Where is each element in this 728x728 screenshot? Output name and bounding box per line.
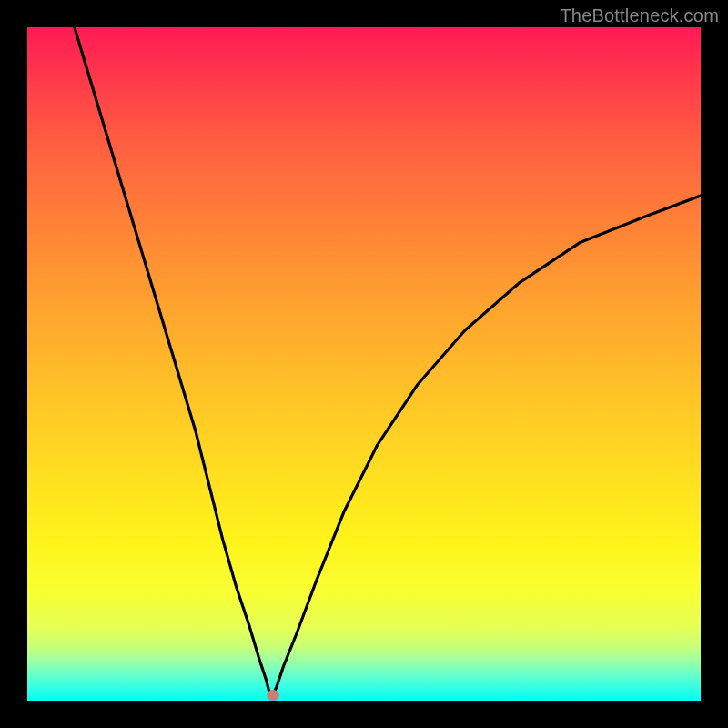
chart-plot-area <box>27 27 701 701</box>
watermark-text: TheBottleneck.com <box>560 5 719 26</box>
minimum-point-marker <box>267 690 279 701</box>
bottleneck-curve <box>27 27 701 701</box>
